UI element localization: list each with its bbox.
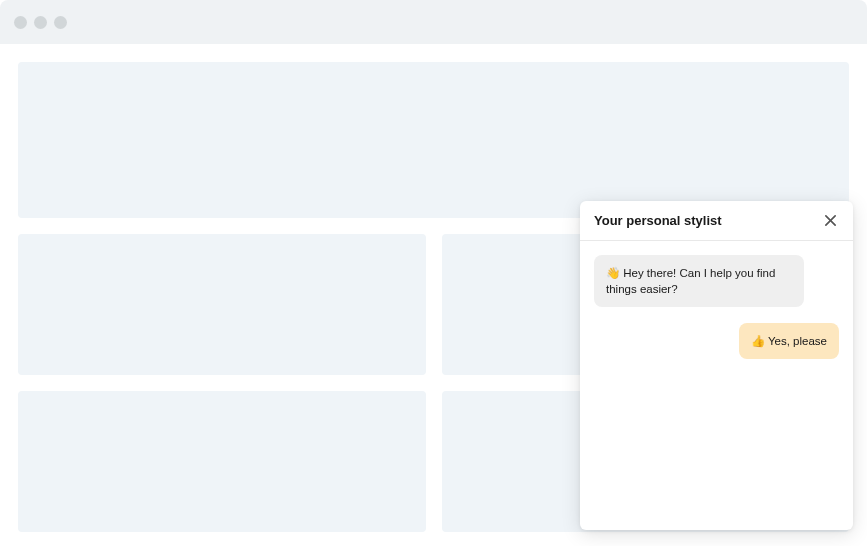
chat-header: Your personal stylist xyxy=(580,201,853,241)
close-icon xyxy=(824,214,837,227)
chat-widget: Your personal stylist 👋 Hey there! Can I… xyxy=(580,201,853,530)
chat-message-incoming: 👋 Hey there! Can I help you find things … xyxy=(594,255,804,307)
content-card xyxy=(18,391,426,532)
chat-message-outgoing: 👍 Yes, please xyxy=(739,323,839,359)
window-control-close[interactable] xyxy=(14,16,27,29)
chat-title: Your personal stylist xyxy=(594,213,722,228)
hero-placeholder xyxy=(18,62,849,218)
chat-body: 👋 Hey there! Can I help you find things … xyxy=(580,241,853,530)
window-control-minimize[interactable] xyxy=(34,16,47,29)
browser-window: Your personal stylist 👋 Hey there! Can I… xyxy=(0,0,867,546)
browser-titlebar xyxy=(0,0,867,44)
window-control-maximize[interactable] xyxy=(54,16,67,29)
chat-close-button[interactable] xyxy=(821,212,839,230)
content-card xyxy=(18,234,426,375)
